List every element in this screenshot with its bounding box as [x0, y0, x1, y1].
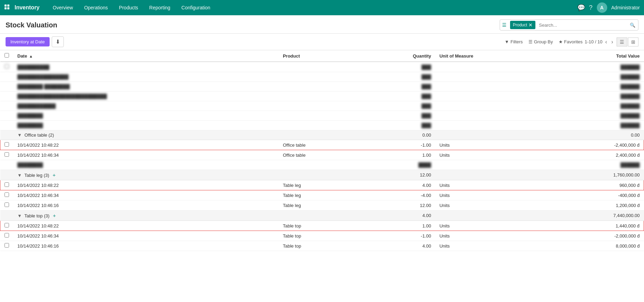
- table-row: 10/14/2022 10:46:34 Office table 1.00 Un…: [0, 150, 644, 160]
- row-checkbox[interactable]: [5, 182, 9, 187]
- date-cell: 10/14/2022 10:46:16: [13, 200, 279, 210]
- uom-cell: Units: [435, 150, 550, 160]
- svg-rect-0: [5, 5, 7, 7]
- table-row: 10/14/2022 10:48:22 Table leg 4.00 Units…: [0, 180, 644, 190]
- filter-group: ▼ Filters ☰ Group By ★ Favorites: [505, 39, 583, 44]
- product-cell[interactable]: Table leg: [279, 180, 363, 190]
- product-cell[interactable]: Table leg: [279, 200, 363, 210]
- table-row: ████████████████████████████ ███ ██████: [0, 92, 644, 101]
- grid-view-button[interactable]: ⊞: [628, 37, 638, 46]
- table-row: ████████ ████ ██████: [0, 160, 644, 170]
- row-checkbox[interactable]: [5, 223, 9, 227]
- search-input[interactable]: [537, 23, 627, 28]
- quantity-cell: -1.00: [363, 231, 435, 241]
- row-checkbox[interactable]: [5, 192, 9, 197]
- search-bar: ☰ Product ✕ 🔍: [500, 19, 638, 31]
- page-title: Stock Valuation: [6, 21, 496, 29]
- row-checkbox[interactable]: [5, 202, 9, 207]
- total-value-cell: 8,000,000 đ: [550, 241, 644, 251]
- inventory-at-date-button[interactable]: Inventory at Date: [6, 37, 50, 46]
- product-filter-tag[interactable]: Product ✕: [510, 21, 535, 29]
- table-row: ████████████████ ███ ██████: [0, 72, 644, 82]
- date-cell: 10/14/2022 10:48:22: [13, 180, 279, 190]
- quantity-column-header[interactable]: Quantity: [363, 50, 435, 62]
- search-icon[interactable]: 🔍: [627, 23, 638, 28]
- app-brand[interactable]: Inventory: [15, 5, 40, 11]
- product-cell[interactable]: Table top: [279, 241, 363, 251]
- uom-cell: Units: [435, 241, 550, 251]
- filters-button[interactable]: ▼ Filters: [505, 39, 523, 44]
- favorites-button[interactable]: ★ Favorites: [559, 39, 583, 44]
- uom-cell: Units: [435, 200, 550, 210]
- download-button[interactable]: ⬇: [52, 36, 64, 47]
- total-value-cell: -2,400,000 đ: [550, 140, 644, 150]
- quantity-cell: 4.00: [363, 241, 435, 251]
- date-cell: 10/14/2022 10:48:22: [13, 140, 279, 150]
- product-cell[interactable]: Table leg: [279, 190, 363, 200]
- nav-operations[interactable]: Operations: [79, 0, 112, 15]
- view-toggle: ☰ ⊞: [617, 37, 638, 46]
- group-toggle-table-leg[interactable]: ▼: [17, 173, 22, 178]
- table-row: ██████████ ███ ██████: [0, 62, 644, 72]
- group-toggle-office-table[interactable]: ▼: [17, 132, 22, 138]
- prev-page-button[interactable]: ‹: [604, 39, 608, 45]
- table-row: 10/14/2022 10:48:22 Table top 1.00 Units…: [0, 221, 644, 231]
- group-name-table-leg: Table leg (3): [24, 173, 49, 178]
- tag-remove-icon[interactable]: ✕: [528, 22, 533, 28]
- select-all-checkbox[interactable]: [5, 53, 9, 58]
- nav-configuration[interactable]: Configuration: [177, 0, 215, 15]
- svg-rect-2: [5, 7, 7, 9]
- row-checkbox[interactable]: [5, 64, 9, 69]
- top-navigation: Inventory Overview Operations Products R…: [0, 0, 644, 15]
- group-office-table: ▼ Office table (2) 0.00 0.00: [0, 130, 644, 140]
- product-cell[interactable]: Table top: [279, 221, 363, 231]
- uom-cell: Units: [435, 180, 550, 190]
- total-value-cell: -400,000 đ: [550, 190, 644, 200]
- table-header: Date ▲ Product Quantity Unit of Measure …: [0, 50, 644, 62]
- nav-overview[interactable]: Overview: [48, 0, 78, 15]
- svg-rect-1: [7, 5, 9, 7]
- select-all-cell[interactable]: [0, 50, 14, 62]
- row-checkbox[interactable]: [5, 142, 9, 147]
- product-cell[interactable]: Table top: [279, 231, 363, 241]
- filter-icon: ▼: [505, 39, 509, 44]
- date-cell: 10/14/2022 10:46:34: [13, 150, 279, 160]
- group-quantity-table-leg: 12.00: [363, 170, 435, 180]
- table-row: ████████████ ███ ██████: [0, 101, 644, 111]
- avatar[interactable]: A: [597, 2, 607, 13]
- uom-cell: Units: [435, 221, 550, 231]
- product-cell[interactable]: Office table: [279, 140, 363, 150]
- action-bar: Inventory at Date ⬇ ▼ Filters ☰ Group By…: [0, 34, 644, 50]
- group-quantity-office-table: 0.00: [363, 130, 435, 140]
- total-value-column-header[interactable]: Total Value: [550, 50, 644, 62]
- product-column-header[interactable]: Product: [279, 50, 363, 62]
- group-total-office-table: 0.00: [550, 130, 644, 140]
- date-cell: 10/14/2022 10:46:34: [13, 190, 279, 200]
- uom-cell: Units: [435, 190, 550, 200]
- quantity-cell: 12.00: [363, 200, 435, 210]
- help-icon[interactable]: ?: [589, 4, 593, 11]
- username: Administrator: [611, 5, 640, 10]
- date-cell: 10/14/2022 10:48:22: [13, 221, 279, 231]
- group-add-table-top[interactable]: +: [53, 213, 56, 218]
- stock-valuation-table: Date ▲ Product Quantity Unit of Measure …: [0, 50, 644, 251]
- uom-column-header[interactable]: Unit of Measure: [435, 50, 550, 62]
- date-column-header[interactable]: Date ▲: [13, 50, 279, 62]
- chat-icon[interactable]: 💬: [577, 4, 585, 11]
- nav-products[interactable]: Products: [114, 0, 143, 15]
- product-cell[interactable]: Office table: [279, 150, 363, 160]
- row-checkbox[interactable]: [5, 243, 9, 248]
- grid-icon[interactable]: [4, 4, 10, 11]
- next-page-button[interactable]: ›: [610, 39, 615, 45]
- group-toggle-table-top[interactable]: ▼: [17, 213, 22, 218]
- list-view-button[interactable]: ☰: [617, 37, 627, 46]
- svg-rect-3: [7, 7, 9, 9]
- row-checkbox[interactable]: [5, 233, 9, 238]
- row-checkbox[interactable]: [5, 152, 9, 157]
- quantity-cell: 1.00: [363, 221, 435, 231]
- group-by-button[interactable]: ☰ Group By: [528, 39, 553, 44]
- table-row: 10/14/2022 10:46:34 Table top -1.00 Unit…: [0, 231, 644, 241]
- nav-reporting[interactable]: Reporting: [144, 0, 175, 15]
- group-add-table-leg[interactable]: +: [52, 172, 56, 178]
- table-row: ████████ ████████ ███ ██████: [0, 82, 644, 92]
